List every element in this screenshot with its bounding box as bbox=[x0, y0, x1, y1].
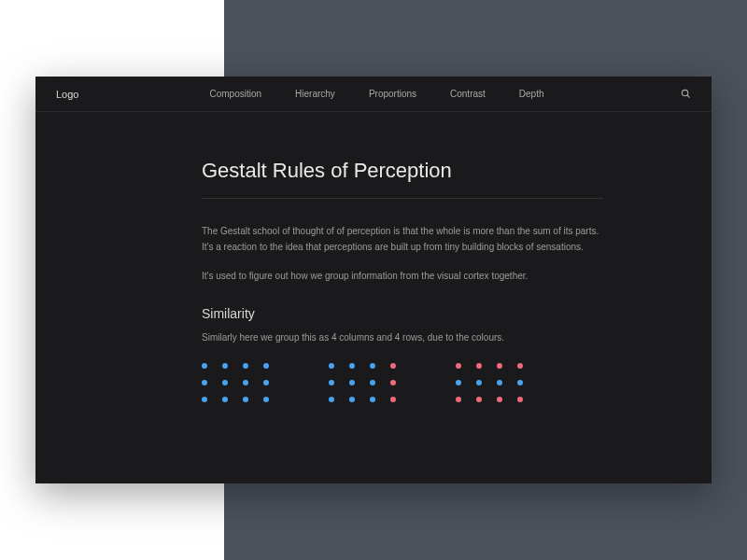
intro-paragraph-1: The Gestalt school of thought of of perc… bbox=[202, 223, 603, 255]
dot bbox=[456, 397, 461, 402]
intro-paragraph-2: It's used to figure out how we group inf… bbox=[202, 268, 603, 284]
dot bbox=[243, 380, 248, 385]
dot bbox=[497, 380, 502, 385]
dot bbox=[497, 397, 502, 402]
dot bbox=[349, 363, 355, 369]
nav-link-composition[interactable]: Composition bbox=[209, 89, 261, 99]
dot bbox=[222, 363, 228, 369]
section-title: Similarity bbox=[202, 306, 712, 321]
dot bbox=[329, 363, 334, 369]
dot bbox=[202, 363, 207, 369]
dot bbox=[263, 363, 269, 369]
dot bbox=[476, 397, 482, 402]
dot bbox=[329, 380, 334, 385]
dot bbox=[202, 397, 207, 402]
section-text: Similarly here we group this as 4 column… bbox=[202, 332, 712, 343]
dot bbox=[222, 380, 228, 385]
navbar: Logo Composition Hierarchy Proportions C… bbox=[35, 77, 712, 112]
dot bbox=[222, 397, 228, 402]
divider bbox=[202, 198, 603, 199]
svg-line-1 bbox=[687, 95, 690, 98]
browser-frame: Logo Composition Hierarchy Proportions C… bbox=[35, 77, 712, 483]
dot bbox=[390, 380, 396, 385]
dot bbox=[390, 363, 396, 369]
dot bbox=[476, 380, 482, 385]
nav-link-depth[interactable]: Depth bbox=[519, 89, 544, 99]
page-title: Gestalt Rules of Perception bbox=[202, 159, 712, 183]
nav-link-proportions[interactable]: Proportions bbox=[369, 89, 416, 99]
dot bbox=[370, 363, 375, 369]
dot bbox=[476, 363, 482, 369]
dot bbox=[349, 380, 355, 385]
similarity-examples bbox=[202, 363, 712, 404]
dot bbox=[497, 363, 502, 369]
svg-point-0 bbox=[682, 90, 687, 95]
dot bbox=[517, 363, 523, 369]
nav-link-hierarchy[interactable]: Hierarchy bbox=[295, 89, 335, 99]
logo[interactable]: Logo bbox=[56, 89, 78, 100]
dot bbox=[370, 380, 375, 385]
dot bbox=[517, 397, 523, 402]
dot bbox=[456, 380, 461, 385]
search-icon[interactable] bbox=[681, 89, 691, 99]
dot bbox=[243, 363, 248, 369]
dot bbox=[370, 397, 375, 402]
nav-link-contrast[interactable]: Contrast bbox=[450, 89, 486, 99]
dot bbox=[263, 380, 269, 385]
dot-grid-3 bbox=[456, 363, 525, 404]
dot-grid-2 bbox=[329, 363, 398, 404]
dot bbox=[390, 397, 396, 402]
article-content: Gestalt Rules of Perception The Gestalt … bbox=[35, 112, 712, 404]
dot bbox=[349, 397, 355, 402]
dot bbox=[243, 397, 248, 402]
nav-links: Composition Hierarchy Proportions Contra… bbox=[209, 89, 543, 99]
dot bbox=[263, 397, 269, 402]
dot bbox=[329, 397, 334, 402]
dot-grid-1 bbox=[202, 363, 271, 404]
dot bbox=[517, 380, 523, 385]
dot bbox=[202, 380, 207, 385]
dot bbox=[456, 363, 461, 369]
